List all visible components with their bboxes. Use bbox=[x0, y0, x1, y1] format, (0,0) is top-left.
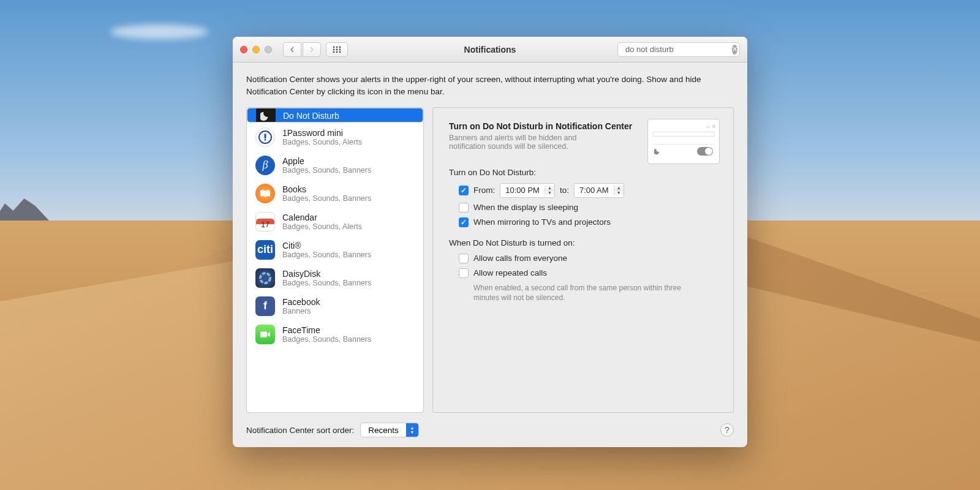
clear-search-button[interactable]: ✕ bbox=[732, 45, 737, 55]
sidebar-item-label: Facebook bbox=[282, 297, 320, 307]
daisydisk-icon bbox=[255, 268, 275, 288]
svg-point-6 bbox=[333, 51, 335, 53]
repeated-note: When enabled, a second call from the sam… bbox=[449, 283, 688, 304]
from-time-field[interactable]: 10:00 PM ▲▼ bbox=[500, 183, 555, 198]
sidebar-item-label: Calendar bbox=[282, 213, 362, 222]
traffic-lights bbox=[240, 46, 272, 53]
cloud bbox=[110, 24, 208, 39]
sidebar-item-label: 1Password mini bbox=[282, 128, 362, 138]
svg-point-4 bbox=[336, 48, 338, 50]
toggle-mini-icon bbox=[697, 147, 713, 156]
forward-button[interactable] bbox=[303, 42, 321, 57]
sidebar-item-dnd[interactable]: Do Not Disturb bbox=[247, 108, 423, 123]
sidebar-item-sub: Badges, Sounds, Alerts bbox=[282, 138, 362, 146]
search-mini-icon: ⌕ bbox=[707, 123, 710, 129]
chevron-left-icon bbox=[290, 47, 295, 53]
sidebar-item-label: FaceTime bbox=[282, 325, 371, 335]
svg-point-14 bbox=[260, 273, 270, 283]
facetime-icon bbox=[255, 325, 275, 344]
search-field[interactable]: ✕ bbox=[617, 42, 740, 57]
from-checkbox[interactable] bbox=[459, 186, 469, 195]
display-sleep-label: When the display is sleeping bbox=[473, 203, 578, 212]
sidebar-item-sub: Banners bbox=[282, 307, 320, 315]
help-button[interactable]: ? bbox=[720, 423, 734, 437]
minimize-button[interactable] bbox=[252, 46, 260, 53]
schedule-section: Turn on Do Not Disturb: From: 10:00 PM ▲… bbox=[449, 168, 717, 227]
sidebar-item-sub: Badges, Sounds, Banners bbox=[282, 166, 371, 175]
sidebar-item-citi[interactable]: citi Citi®Badges, Sounds, Banners bbox=[247, 235, 423, 263]
to-time-value: 7:00 AM bbox=[575, 186, 614, 195]
sidebar-item-daisydisk[interactable]: DaisyDiskBadges, Sounds, Banners bbox=[247, 263, 423, 292]
footer: Notification Center sort order: Recents … bbox=[233, 413, 747, 447]
section-title: Turn on Do Not Disturb: bbox=[449, 168, 717, 177]
detail-panel: Turn on Do Not Disturb in Notification C… bbox=[432, 107, 734, 413]
grid-icon bbox=[333, 46, 341, 53]
display-sleep-checkbox[interactable] bbox=[459, 203, 469, 213]
sort-order-select[interactable]: Recents ▲▼ bbox=[360, 423, 419, 437]
svg-point-3 bbox=[333, 48, 335, 50]
to-time-field[interactable]: 7:00 AM ▲▼ bbox=[574, 183, 624, 198]
svg-point-7 bbox=[336, 51, 338, 53]
section-title: When Do Not Disturb is turned on: bbox=[449, 238, 717, 247]
list-mini-icon: ≡ bbox=[712, 123, 715, 129]
back-button[interactable] bbox=[283, 42, 301, 57]
allow-calls-label: Allow calls from everyone bbox=[473, 254, 567, 263]
facebook-icon: f bbox=[255, 296, 275, 316]
svg-point-2 bbox=[339, 46, 341, 48]
sidebar-item-facebook[interactable]: f FacebookBanners bbox=[247, 292, 423, 320]
app-list[interactable]: Do Not Disturb 1Password miniBadges, Sou… bbox=[246, 107, 424, 413]
allow-repeated-label: Allow repeated calls bbox=[473, 268, 547, 277]
sidebar-item-1password[interactable]: 1Password miniBadges, Sounds, Alerts bbox=[247, 123, 423, 151]
sidebar-item-sub: Badges, Sounds, Banners bbox=[282, 251, 371, 259]
select-arrows-icon: ▲▼ bbox=[406, 423, 418, 437]
from-time-stepper[interactable]: ▲▼ bbox=[545, 186, 554, 195]
svg-rect-15 bbox=[260, 331, 267, 337]
sidebar-item-calendar[interactable]: 17 CalendarBadges, Sounds, Alerts bbox=[247, 207, 423, 235]
sidebar-item-facetime[interactable]: FaceTimeBadges, Sounds, Banners bbox=[247, 320, 423, 348]
sort-order-value: Recents bbox=[361, 426, 406, 435]
titlebar: Notifications ✕ bbox=[233, 37, 747, 62]
from-label: From: bbox=[473, 186, 495, 195]
mirroring-label: When mirroring to TVs and projectors bbox=[473, 217, 611, 227]
1password-icon bbox=[255, 127, 275, 147]
allow-repeated-checkbox[interactable] bbox=[459, 268, 469, 278]
allow-calls-checkbox[interactable] bbox=[459, 254, 469, 263]
citi-icon: citi bbox=[255, 240, 275, 260]
svg-point-1 bbox=[336, 46, 338, 48]
sidebar-item-label: DaisyDisk bbox=[282, 269, 371, 279]
svg-point-5 bbox=[339, 48, 341, 50]
svg-point-13 bbox=[265, 138, 266, 140]
sidebar-item-sub: Badges, Sounds, Banners bbox=[282, 335, 371, 344]
apple-beta-icon: β bbox=[255, 156, 275, 175]
moon-mini-icon bbox=[654, 148, 662, 155]
sidebar-item-label: Apple bbox=[282, 156, 371, 166]
mirroring-checkbox[interactable] bbox=[459, 217, 469, 227]
svg-rect-12 bbox=[265, 134, 266, 138]
sidebar-item-sub: Badges, Sounds, Banners bbox=[282, 279, 371, 287]
zoom-button[interactable] bbox=[265, 46, 272, 53]
preferences-window: Notifications ✕ Notification Center show… bbox=[233, 37, 747, 447]
search-input[interactable] bbox=[625, 45, 728, 54]
sidebar-item-sub: Badges, Sounds, Alerts bbox=[282, 222, 362, 231]
to-time-stepper[interactable]: ▲▼ bbox=[614, 186, 624, 195]
calendar-icon: 17 bbox=[255, 212, 275, 232]
svg-point-0 bbox=[333, 46, 335, 48]
panel-subheading: Banners and alerts will be hidden and no… bbox=[449, 134, 608, 151]
sidebar-item-apple[interactable]: β AppleBadges, Sounds, Banners bbox=[247, 151, 423, 179]
sort-label: Notification Center sort order: bbox=[246, 426, 354, 435]
svg-point-8 bbox=[339, 51, 341, 53]
sidebar-item-label: Do Not Disturb bbox=[283, 111, 339, 121]
preview-thumbnail: ⌕≡ bbox=[647, 119, 720, 164]
to-label: to: bbox=[560, 186, 569, 195]
allow-section: When Do Not Disturb is turned on: Allow … bbox=[449, 238, 717, 304]
sidebar-item-label: Books bbox=[282, 184, 371, 194]
sidebar-item-label: Citi® bbox=[282, 241, 371, 251]
show-all-button[interactable] bbox=[326, 42, 348, 57]
from-time-value: 10:00 PM bbox=[500, 186, 545, 195]
nav-buttons bbox=[283, 42, 321, 57]
close-button[interactable] bbox=[240, 46, 247, 53]
sidebar-item-books[interactable]: BooksBadges, Sounds, Banners bbox=[247, 179, 423, 207]
description-text: Notification Center shows your alerts in… bbox=[233, 62, 747, 107]
moon-icon bbox=[256, 108, 276, 123]
body: Do Not Disturb 1Password miniBadges, Sou… bbox=[233, 107, 747, 413]
